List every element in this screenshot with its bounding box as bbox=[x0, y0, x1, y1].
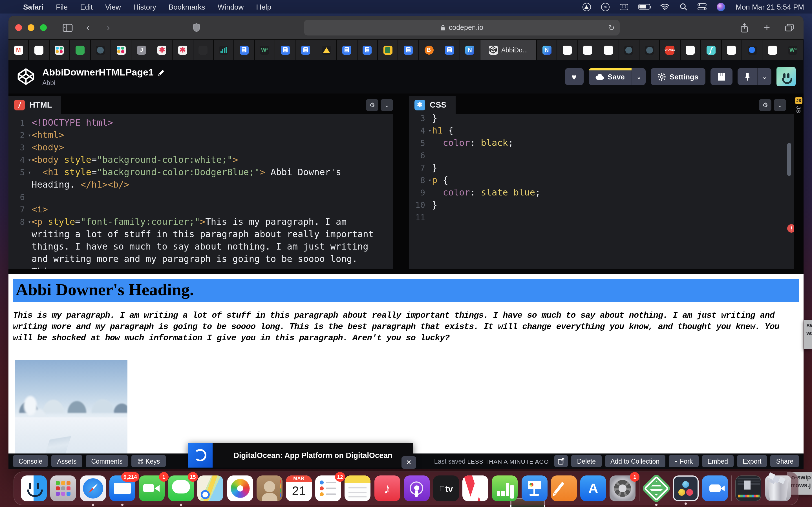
tab-drive[interactable] bbox=[316, 40, 337, 60]
tab-whitedoc[interactable] bbox=[29, 40, 50, 60]
tab-maine[interactable] bbox=[619, 40, 640, 60]
code-line-8[interactable]: 8▾p { bbox=[409, 174, 800, 186]
console-button[interactable]: Console bbox=[13, 455, 48, 467]
code-line-5[interactable]: 5 color: black; bbox=[409, 137, 800, 149]
code-line-2[interactable]: 2▾<html> bbox=[8, 129, 393, 142]
tab-classroom[interactable] bbox=[378, 40, 398, 60]
fold-arrow-icon[interactable]: ▾ bbox=[428, 174, 432, 186]
dock-icon-photos[interactable] bbox=[227, 475, 253, 501]
export-button[interactable]: Export bbox=[737, 455, 767, 467]
privacy-shield-icon[interactable] bbox=[189, 21, 204, 34]
tab-html[interactable]: / HTML bbox=[8, 96, 61, 114]
tab-active-codepen[interactable]: AbbiDo... bbox=[480, 40, 537, 60]
edit-title-icon[interactable] bbox=[158, 69, 165, 76]
battery-icon[interactable] bbox=[638, 0, 650, 13]
tab-steal[interactable]: ʃ bbox=[701, 40, 721, 60]
tab-docs[interactable] bbox=[337, 40, 357, 60]
code-line-7[interactable]: 7} bbox=[409, 162, 800, 174]
back-button[interactable]: ‹ bbox=[81, 21, 95, 34]
tab-whitedoc[interactable] bbox=[557, 40, 578, 60]
dock-icon-notes[interactable] bbox=[345, 475, 371, 501]
digitalocean-ad[interactable]: DigitalOcean: App Platform on DigitalOce… bbox=[188, 443, 413, 467]
dock-icon-launchpad[interactable] bbox=[50, 475, 77, 501]
tab-w3[interactable]: W³ bbox=[783, 40, 804, 60]
sidebar-toggle-icon[interactable] bbox=[60, 21, 75, 34]
tab-nblue[interactable]: N bbox=[537, 40, 557, 60]
dock-icon-appletv[interactable]: tv bbox=[433, 475, 459, 501]
dock-icon-music[interactable]: ♪ bbox=[374, 475, 400, 501]
siri-icon[interactable] bbox=[716, 0, 725, 13]
code-line-4[interactable]: 4▾h1 { bbox=[409, 124, 800, 137]
creative-cloud-icon[interactable]: ∞ bbox=[601, 0, 609, 13]
tab-oracle[interactable]: ORACLE bbox=[660, 40, 680, 60]
dock-icon-mail[interactable]: 9,214 bbox=[109, 475, 135, 501]
dock-icon-systempreferences[interactable]: 1 bbox=[610, 475, 636, 501]
tab-jgray[interactable]: J bbox=[132, 40, 152, 60]
dock-icon-numbers[interactable] bbox=[492, 475, 518, 501]
fork-button[interactable]: ⑂ Fork bbox=[668, 455, 698, 467]
tab-overview-icon[interactable] bbox=[782, 21, 797, 34]
pin-button[interactable] bbox=[737, 68, 757, 85]
dock-icon-safari[interactable] bbox=[80, 475, 106, 501]
dock-icon-podcasts[interactable] bbox=[404, 475, 430, 501]
comments-button[interactable]: Comments bbox=[86, 455, 128, 467]
tab-docs[interactable] bbox=[398, 40, 419, 60]
tab-docs[interactable] bbox=[357, 40, 378, 60]
drive-status-icon[interactable] bbox=[582, 0, 591, 13]
dock-icon-contacts[interactable] bbox=[257, 475, 283, 501]
dock-icon-appstore[interactable]: A bbox=[580, 475, 606, 501]
dock-icon-facetime[interactable]: 1 bbox=[139, 475, 165, 501]
add-to-collection-button[interactable]: Add to Collection bbox=[605, 455, 665, 467]
tab-bluecirc[interactable] bbox=[742, 40, 763, 60]
css-scrollbar[interactable] bbox=[787, 143, 791, 176]
tab-css[interactable]: ✱ CSS bbox=[409, 96, 456, 114]
menu-help[interactable]: Help bbox=[250, 3, 277, 11]
code-line-4[interactable]: 4▾<body style="background-color:white;"> bbox=[8, 154, 393, 166]
save-options-chevron[interactable]: ⌄ bbox=[631, 68, 646, 85]
dock-icon-thesims[interactable] bbox=[643, 475, 669, 501]
menu-bar-clock[interactable]: Mon Mar 21 5:54 PM bbox=[735, 3, 804, 11]
pen-author[interactable]: Abbi bbox=[42, 79, 165, 86]
dock-icon-messages[interactable]: 15 bbox=[168, 475, 194, 501]
spotlight-search-icon[interactable] bbox=[679, 0, 687, 13]
tab-maine[interactable] bbox=[640, 40, 660, 60]
share-icon[interactable] bbox=[737, 21, 752, 34]
zoom-window-button[interactable] bbox=[40, 24, 47, 31]
avatar[interactable] bbox=[776, 67, 796, 86]
code-line-6[interactable]: 6 bbox=[8, 191, 393, 203]
html-panel-gear-icon[interactable]: ⚙ bbox=[366, 99, 378, 111]
tab-docs[interactable] bbox=[234, 40, 255, 60]
js-panel-collapsed[interactable]: JS JS bbox=[794, 94, 804, 269]
address-bar[interactable]: codepen.io ↻ bbox=[304, 20, 620, 36]
tab-whitedoc[interactable] bbox=[578, 40, 599, 60]
tab-gmail[interactable]: M bbox=[8, 40, 29, 60]
dock-icon-news[interactable] bbox=[463, 475, 489, 501]
code-line-6[interactable]: 6 bbox=[409, 149, 800, 162]
code-line-1[interactable]: 1<!DOCTYPE html> bbox=[8, 117, 393, 129]
wifi-icon[interactable] bbox=[660, 0, 669, 13]
dock-icon-keynote[interactable] bbox=[521, 475, 547, 501]
tab-docs[interactable] bbox=[275, 40, 296, 60]
tab-asterisk[interactable]: ✱ bbox=[172, 40, 193, 60]
tab-maine[interactable] bbox=[91, 40, 111, 60]
close-window-button[interactable] bbox=[15, 24, 22, 31]
new-tab-icon[interactable]: + bbox=[760, 21, 774, 34]
dock-icon-reminders[interactable]: 12 bbox=[315, 475, 341, 501]
pin-options-chevron[interactable]: ⌄ bbox=[757, 68, 771, 85]
tab-whitedoc[interactable] bbox=[598, 40, 619, 60]
html-code-editor[interactable]: 1<!DOCTYPE html>2▾<html>3<body>4▾<body s… bbox=[8, 114, 393, 269]
embed-button[interactable]: Embed bbox=[702, 455, 733, 467]
dock-icon-zoom[interactable] bbox=[702, 475, 728, 501]
change-view-button[interactable] bbox=[710, 68, 732, 85]
css-panel-collapse-icon[interactable]: ⌄ bbox=[774, 99, 786, 111]
delete-button[interactable]: Delete bbox=[571, 455, 602, 467]
code-line-3[interactable]: 3} bbox=[409, 114, 800, 124]
tab-whitedoc[interactable] bbox=[721, 40, 742, 60]
tab-slack[interactable] bbox=[50, 40, 70, 60]
reload-icon[interactable]: ↻ bbox=[608, 23, 615, 32]
code-line-7[interactable]: 7<i> bbox=[8, 203, 393, 216]
fold-arrow-icon[interactable]: ▾ bbox=[28, 129, 31, 142]
menu-file[interactable]: File bbox=[50, 3, 74, 11]
settings-button[interactable]: Settings bbox=[651, 68, 705, 85]
tab-nblue[interactable]: N bbox=[460, 40, 480, 60]
